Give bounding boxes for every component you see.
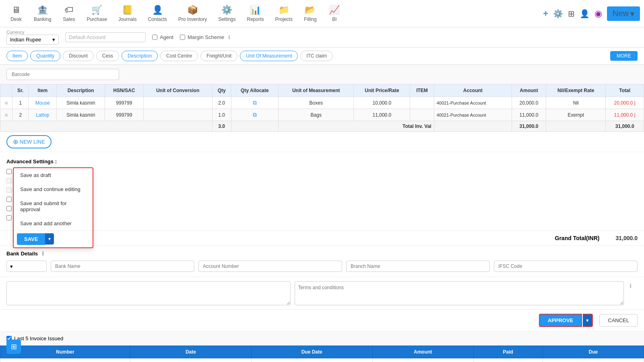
bank-details-info-icon[interactable]: ℹ xyxy=(42,251,44,257)
tab-freight-unit[interactable]: Freight/Unit xyxy=(200,51,237,61)
save-option-save-as-draft[interactable]: Save as draft xyxy=(14,168,93,182)
table-header: Total xyxy=(606,84,644,97)
invoice-table-header: Paid xyxy=(473,346,543,358)
new-button[interactable]: New ▾ xyxy=(607,6,640,21)
nav-item-bi[interactable]: 📈BI xyxy=(322,2,347,25)
hsn-sac-cell: 999799 xyxy=(105,97,143,109)
banking-nav-label: Banking xyxy=(34,16,51,22)
settings-icon[interactable]: ⚙️ xyxy=(553,9,563,19)
tab-itc-claim[interactable]: ITC claim xyxy=(300,51,333,61)
grid-view-icon[interactable]: ⊞ xyxy=(568,9,575,19)
invoice-table-header: Amount xyxy=(372,346,473,358)
banking-nav-icon: 🏦 xyxy=(37,5,48,15)
table-header: Unit of Measurement xyxy=(279,84,354,97)
unit-conversion-cell xyxy=(143,109,212,121)
barcode-input[interactable] xyxy=(6,69,119,80)
save-button[interactable]: SAVE xyxy=(17,233,45,245)
currency-dropdown[interactable]: Indian Rupee ▾ xyxy=(6,35,59,45)
tab-quantity[interactable]: Quantity xyxy=(30,51,60,61)
drag-handle[interactable]: ≡ xyxy=(0,109,12,121)
tab-discount[interactable]: Discount xyxy=(63,51,94,61)
action-bar: Save as draftSave and continue editingSa… xyxy=(0,309,644,331)
sr-cell: 2 xyxy=(12,109,29,121)
nav-item-banking[interactable]: 🏦Banking xyxy=(28,2,57,25)
nav-item-journals[interactable]: 📒Journals xyxy=(113,2,142,25)
table-header: ITEM xyxy=(410,84,434,97)
projects-nav-icon: 📁 xyxy=(279,5,289,15)
total-inv-val-label: Total Inv. Val xyxy=(279,121,434,132)
approve-arrow-button[interactable]: ▾ xyxy=(583,314,593,327)
notes-textarea[interactable] xyxy=(6,281,291,305)
settings-nav-icon: ⚙️ xyxy=(221,5,232,15)
total-empty2 xyxy=(231,121,278,132)
default-account-input[interactable]: Default Account xyxy=(65,32,146,42)
nav-item-purchase[interactable]: 🛒Purchase xyxy=(81,2,113,25)
table-header: Unit of Conversion xyxy=(143,84,212,97)
bank-name-input[interactable] xyxy=(51,261,194,272)
save-arrow-button[interactable]: ▾ xyxy=(45,233,54,245)
terms-textarea[interactable] xyxy=(295,281,624,305)
save-option-save-add-another[interactable]: Save and add another xyxy=(14,216,93,230)
new-line-button[interactable]: ⊕ NEW LINE xyxy=(6,135,52,148)
grand-total-label: Grand Total(INR) xyxy=(555,235,600,241)
tab-unit-of-measurement[interactable]: Unit Of Measurement xyxy=(240,51,298,61)
nav-item-reports[interactable]: 📊Reports xyxy=(242,2,270,25)
bank-details-title: Bank Details xyxy=(6,251,38,257)
total-cell: 11,000.0 | xyxy=(606,109,644,121)
reports-nav-icon: 📊 xyxy=(250,5,261,15)
nav-item-desk[interactable]: 🖥Desk xyxy=(4,2,28,25)
qty-allocate-cell[interactable]: ⧉ xyxy=(231,97,278,109)
agent-checkbox[interactable] xyxy=(152,35,157,40)
save-option-save-submit-approval[interactable]: Save and submit for approval xyxy=(14,196,93,216)
item-cell[interactable]: Mouse xyxy=(29,97,57,109)
unit-measurement-cell: Bags xyxy=(279,109,354,121)
approve-button[interactable]: APPROVE xyxy=(539,314,582,327)
nav-item-filling[interactable]: 📂Filling xyxy=(298,2,322,25)
journals-nav-label: Journals xyxy=(118,16,136,22)
nav-item-settings[interactable]: ⚙️Settings xyxy=(213,2,241,25)
tab-item[interactable]: Item xyxy=(6,51,28,61)
drag-handle[interactable]: ≡ xyxy=(0,97,12,109)
item-col-cell xyxy=(410,97,434,109)
margin-scheme-checkbox[interactable] xyxy=(180,35,185,40)
table-header: Description xyxy=(57,84,105,97)
nav-item-pro-inventory[interactable]: 📦Pro Inventory xyxy=(173,2,213,25)
qty-cell: 2.0 xyxy=(212,97,231,109)
advanced-settings: Advanced Settings : Income Tax TCS GST T… xyxy=(0,152,644,230)
amount-cell: 11,000.0 xyxy=(512,109,546,121)
ifsc-code-input[interactable] xyxy=(494,261,638,272)
terms-info-icon[interactable]: ℹ xyxy=(630,283,632,289)
invoice-table-row: 123654789 19/04/2022 29/04/2022 22,000.0… xyxy=(0,358,644,362)
branch-name-input[interactable] xyxy=(346,261,490,272)
profile-icon[interactable]: ◉ xyxy=(594,8,602,19)
bank-type-dropdown[interactable]: ▾ xyxy=(6,261,47,272)
nav-item-sales[interactable]: 🏷Sales xyxy=(57,2,81,25)
checkbox-gst-tcs xyxy=(6,187,12,193)
tab-description[interactable]: Description xyxy=(122,51,158,61)
bank-details: Bank Details ℹ ▾ xyxy=(0,245,644,277)
nav-item-projects[interactable]: 📁Projects xyxy=(270,2,298,25)
checkbox-apply-rounding[interactable] xyxy=(6,206,12,211)
table-header: Account xyxy=(434,84,512,97)
checkbox-income-tax-tcs[interactable] xyxy=(6,169,12,174)
tab-cost-centre[interactable]: Cost Centre xyxy=(160,51,198,61)
tab-cess[interactable]: Cess xyxy=(96,51,119,61)
account-number-input[interactable] xyxy=(198,261,342,272)
invoice-number-cell[interactable]: 123654789 xyxy=(0,358,130,362)
add-import-fields-checkbox[interactable] xyxy=(6,215,12,220)
nav-item-contacts[interactable]: 👤Contacts xyxy=(142,2,172,25)
qty-allocate-cell[interactable]: ⧉ xyxy=(231,109,278,121)
cancel-button[interactable]: CANCEL xyxy=(599,314,638,327)
add-icon[interactable]: + xyxy=(543,8,548,19)
checkbox-document-level-discount[interactable] xyxy=(6,197,12,202)
top-nav: 🖥Desk🏦Banking🏷Sales🛒Purchase📒Journals👤Co… xyxy=(0,0,644,27)
user-icon[interactable]: 👤 xyxy=(580,9,590,19)
more-button[interactable]: MORE xyxy=(610,51,638,61)
invoice-date-cell: 19/04/2022 xyxy=(130,358,252,362)
save-option-save-continue-editing[interactable]: Save and continue editing xyxy=(14,182,93,196)
item-cell[interactable]: Lattop xyxy=(29,109,57,121)
total-grand: 31,000.0 xyxy=(606,121,644,132)
table-total-row: 3.0 Total Inv. Val 31,000.0 31,000.0 xyxy=(0,121,644,132)
margin-scheme-info-icon[interactable]: ℹ xyxy=(228,34,230,40)
grid-icon-button[interactable]: ⊞ xyxy=(6,339,21,354)
